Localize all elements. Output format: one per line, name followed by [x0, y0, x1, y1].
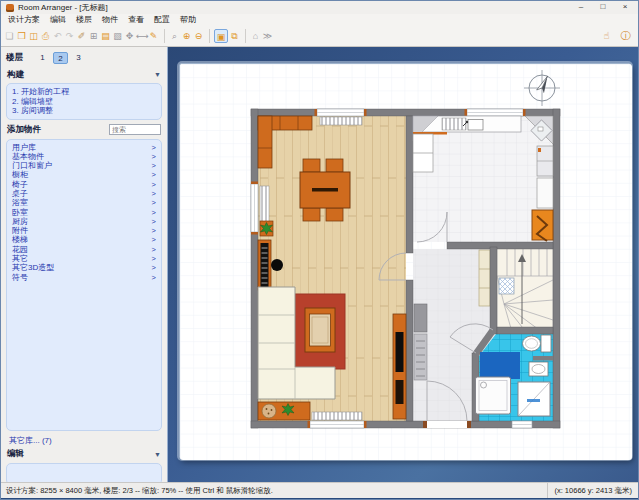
- menu-item[interactable]: 编辑: [45, 14, 71, 25]
- chevron-right-icon: >: [152, 180, 156, 189]
- toolbar-button-zoom-in[interactable]: ⊕: [181, 29, 192, 43]
- object-category[interactable]: 花园>: [12, 245, 156, 254]
- washer-label: [527, 399, 540, 402]
- toolbar-button-new[interactable]: ❏: [4, 29, 15, 43]
- tv-cabinet[interactable]: [393, 314, 406, 419]
- toolbar-separator: [205, 29, 210, 43]
- toolbar-button-edit-plan[interactable]: ⊞: [88, 29, 99, 43]
- add-objects-label: 添加物件: [7, 124, 41, 136]
- toolbar-button-zoom-selection[interactable]: ⌕: [169, 29, 180, 43]
- floor-button[interactable]: 3: [71, 52, 86, 64]
- object-category[interactable]: 基本物件>: [12, 152, 156, 161]
- toolbar-button-dimension[interactable]: ⟷: [136, 29, 147, 43]
- toolbar-button-save[interactable]: ◫: [28, 29, 39, 43]
- menu-item[interactable]: 配置: [149, 14, 175, 25]
- bath-mat[interactable]: [480, 352, 520, 379]
- toilet[interactable]: [523, 335, 552, 352]
- boiler-cabinet[interactable]: [532, 210, 553, 241]
- floor-button[interactable]: 2: [53, 52, 68, 64]
- window-title: Room Arranger - [无标题]: [18, 1, 108, 14]
- floor-plan[interactable]: [180, 64, 632, 460]
- toolbar-button-draw[interactable]: ✎: [148, 29, 159, 43]
- chair: [326, 208, 343, 221]
- tv: [396, 332, 404, 372]
- toolbar-button-objects-3d[interactable]: ⧉: [229, 29, 240, 43]
- stair-void-hatch: [499, 278, 514, 294]
- collapse-caret-icon[interactable]: ▼: [154, 71, 161, 78]
- build-step-link[interactable]: 2. 编辑墙壁: [12, 97, 156, 107]
- toolbar-button-select[interactable]: ▧: [112, 29, 123, 43]
- object-categories-panel: 用户库> 基本物件> 门口和窗户> 橱柜> 椅子>: [6, 139, 162, 431]
- object-category[interactable]: 门口和窗户>: [12, 161, 156, 170]
- title-bar: Room Arranger - [无标题] – □ ×: [1, 1, 638, 14]
- collapse-caret-icon[interactable]: ▼: [154, 451, 161, 458]
- toolbar-button-open[interactable]: ❒: [16, 29, 27, 43]
- object-category[interactable]: 符号>: [12, 273, 156, 282]
- toolbar-button-walkthrough[interactable]: ⌂: [250, 29, 261, 43]
- object-category[interactable]: 厨房>: [12, 217, 156, 226]
- toolbar-button-print[interactable]: ⎙: [40, 29, 51, 43]
- window-bottom-bath: [512, 421, 532, 428]
- drawing-canvas[interactable]: [168, 47, 639, 482]
- toolbar-button-move[interactable]: ✥: [124, 29, 135, 43]
- bathroom-sink[interactable]: [529, 362, 548, 376]
- chevron-right-icon: >: [152, 208, 156, 217]
- object-category[interactable]: 卧室>: [12, 208, 156, 217]
- sidebar: 楼层 123 构建 ▼ 1. 开始新的工程2. 编辑墙壁3. 房间调整 添加物件…: [1, 47, 168, 482]
- object-category[interactable]: 其它3D造型>: [12, 263, 156, 272]
- object-category[interactable]: 用户库>: [12, 143, 156, 152]
- toolbar-separator: [241, 29, 246, 43]
- chevron-right-icon: >: [152, 152, 156, 161]
- understair-closet[interactable]: [479, 250, 490, 306]
- build-step-link[interactable]: 1. 开始新的工程: [12, 87, 156, 97]
- kitchen-tall-units-left[interactable]: [413, 134, 433, 172]
- chair: [303, 208, 320, 221]
- toolbar-button-redo[interactable]: ↷: [64, 29, 75, 43]
- object-category[interactable]: 楼梯>: [12, 235, 156, 244]
- chevron-right-icon: >: [152, 235, 156, 244]
- window-left: [251, 182, 258, 235]
- plan-page[interactable]: [179, 63, 631, 459]
- object-category[interactable]: 椅子>: [12, 180, 156, 189]
- bookcase[interactable]: [258, 240, 271, 290]
- toolbar-button-view-3d[interactable]: ▣: [214, 29, 228, 43]
- build-step-link[interactable]: 3. 房间调整: [12, 106, 156, 116]
- menu-item[interactable]: 帮助: [175, 14, 201, 25]
- toolbar-separator: [160, 29, 165, 43]
- edit-section-header[interactable]: 编辑 ▼: [7, 448, 161, 461]
- toolbar-button-undo[interactable]: ↶: [52, 29, 63, 43]
- build-section-header[interactable]: 构建 ▼: [7, 68, 161, 81]
- washing-machine[interactable]: [518, 382, 550, 416]
- floor-button[interactable]: 1: [35, 52, 50, 64]
- chevron-right-icon: >: [152, 143, 156, 152]
- menu-item[interactable]: 设计方案: [3, 14, 45, 25]
- minimize-button[interactable]: –: [570, 1, 592, 14]
- more-libraries-link[interactable]: 其它库... (7): [9, 435, 159, 446]
- potted-plant[interactable]: [260, 221, 273, 236]
- object-category[interactable]: 桌子>: [12, 189, 156, 198]
- object-category[interactable]: 其它>: [12, 254, 156, 263]
- chevron-right-icon: >: [152, 254, 156, 263]
- menu-item[interactable]: 查看: [123, 14, 149, 25]
- object-category[interactable]: 附件>: [12, 226, 156, 235]
- toolbar-button-draw-wall[interactable]: ▤: [100, 29, 111, 43]
- shower-tray[interactable]: [476, 377, 511, 414]
- stool[interactable]: [271, 259, 283, 271]
- side-table[interactable]: [258, 402, 310, 420]
- toolbar-button-info[interactable]: ⓘ: [620, 29, 631, 43]
- object-category[interactable]: 橱柜>: [12, 170, 156, 179]
- toolbar-button-pointer-mode[interactable]: ☝: [601, 29, 612, 43]
- search-input[interactable]: [109, 124, 161, 135]
- hall-cabinet[interactable]: [414, 304, 427, 380]
- toolbar-button-format-brush[interactable]: ✐: [76, 29, 87, 43]
- toolbar-button-zoom-out[interactable]: ⊖: [193, 29, 204, 43]
- object-category[interactable]: 浴室>: [12, 198, 156, 207]
- menu-item[interactable]: 楼层: [71, 14, 97, 25]
- sink-drainer: [442, 118, 466, 130]
- coffee-table[interactable]: [305, 308, 335, 352]
- close-button[interactable]: ×: [614, 1, 636, 14]
- toolbar: ❏❒◫⎙↶↷✐⊞▤▧✥⟷✎⌕⊕⊖▣⧉⌂≫ ☝ⓘ: [1, 25, 638, 47]
- maximize-button[interactable]: □: [592, 1, 614, 14]
- toolbar-button-fast-walk[interactable]: ≫: [262, 29, 273, 43]
- menu-item[interactable]: 物件: [97, 14, 123, 25]
